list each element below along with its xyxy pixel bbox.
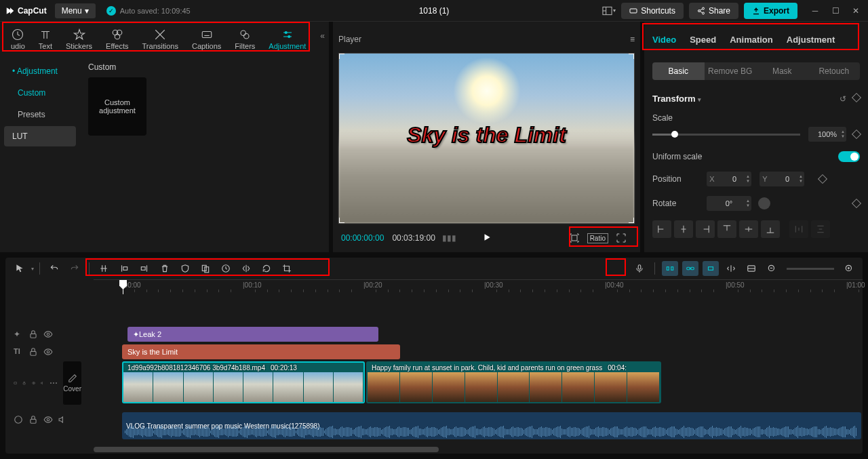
horizontal-scrollbar[interactable] <box>94 447 861 452</box>
track-menu-icon[interactable]: ⋯ <box>50 378 58 388</box>
selection-corner-tl[interactable] <box>339 54 344 59</box>
link-button[interactable] <box>682 261 698 276</box>
align-center-v[interactable] <box>739 220 758 238</box>
collapse-panel-button[interactable]: « <box>320 31 325 41</box>
playhead[interactable] <box>123 280 123 294</box>
video-clip-1[interactable]: 1d99a992b8081812346706 3b9d74b188.mp400:… <box>122 361 365 403</box>
video-preview[interactable]: Sky is the Limit <box>338 53 635 224</box>
lock-icon[interactable] <box>28 415 38 424</box>
duplicate-tool[interactable] <box>197 260 214 277</box>
mute-icon[interactable] <box>41 378 44 388</box>
ratio-button[interactable]: Ratio <box>587 233 608 243</box>
scale-slider[interactable] <box>652 134 800 136</box>
tool-tab-filters[interactable]: Filters <box>228 26 262 53</box>
mic-button[interactable] <box>631 261 648 276</box>
eye-icon[interactable] <box>43 347 53 357</box>
align-center-h[interactable] <box>674 220 693 238</box>
maximize-button[interactable]: ☐ <box>829 4 842 18</box>
lock-icon[interactable] <box>28 347 38 357</box>
tool-dropdown-icon[interactable]: ▾ <box>31 266 34 272</box>
magnet-button[interactable] <box>662 261 678 276</box>
inspector-tab-adjustment[interactable]: Adjustment <box>787 35 835 45</box>
position-keyframe[interactable] <box>818 174 827 184</box>
trim-right-tool[interactable] <box>136 260 153 277</box>
align-bottom[interactable] <box>761 220 780 238</box>
scale-keyframe[interactable] <box>852 129 861 139</box>
eye-icon[interactable] <box>43 330 53 339</box>
sidebar-item-adjustment[interactable]: • Adjustment <box>4 61 76 81</box>
keyframe-icon[interactable] <box>852 92 861 102</box>
undo-button[interactable] <box>45 260 63 277</box>
eye-icon[interactable] <box>43 415 53 424</box>
crop-tool[interactable] <box>278 260 296 277</box>
align-right[interactable] <box>696 220 715 238</box>
frame-icon[interactable] <box>567 231 582 245</box>
sidebar-item-lut[interactable]: LUT <box>4 126 76 146</box>
timeline-settings-button[interactable] <box>743 261 760 276</box>
trim-left-tool[interactable] <box>115 260 133 277</box>
inspector-tab-video[interactable]: Video <box>652 35 676 45</box>
snap-button[interactable] <box>703 261 719 276</box>
inspector-tab-speed[interactable]: Speed <box>690 35 716 45</box>
reverse-tool[interactable] <box>217 260 235 277</box>
subtab-retouch[interactable]: Retouch <box>808 62 861 80</box>
position-x-input[interactable]: X0▲▼ <box>707 172 751 186</box>
close-button[interactable]: ✕ <box>849 4 863 18</box>
selection-corner-br[interactable] <box>629 218 634 223</box>
subtab-removebg[interactable]: Remove BG <box>705 62 757 80</box>
subtab-basic[interactable]: Basic <box>652 62 705 80</box>
cover-button[interactable]: Cover <box>63 361 81 405</box>
effect-clip[interactable]: ✦ Leak 2 <box>127 327 378 342</box>
split-tool[interactable] <box>95 260 113 277</box>
tracks[interactable]: ✦ Leak 2 Sky is the Limit 1d99a992b80818… <box>94 294 863 454</box>
reset-icon[interactable]: ↺ <box>840 94 846 104</box>
redo-button[interactable] <box>66 260 83 277</box>
uniform-scale-toggle[interactable] <box>838 151 860 162</box>
shortcuts-button[interactable]: Shortcuts <box>621 3 684 19</box>
player-menu-icon[interactable]: ≡ <box>630 35 635 44</box>
zoom-in-button[interactable] <box>841 261 857 276</box>
audio-clip[interactable]: VLOG Transparent summer pop music Wester… <box>122 412 861 439</box>
timeline-ruler[interactable]: |00:00|00:10|00:20|00:30|00:40|00:50|01:… <box>94 279 863 294</box>
selection-tool[interactable] <box>11 260 28 277</box>
inspector-tab-animation[interactable]: Animation <box>730 35 773 45</box>
zoom-out-button[interactable] <box>764 261 780 276</box>
shield-tool[interactable] <box>176 260 194 277</box>
tool-tab-adjustment[interactable]: Adjustment <box>262 26 313 53</box>
align-top[interactable] <box>717 220 736 238</box>
selection-corner-bl[interactable] <box>339 218 344 223</box>
lock-icon[interactable] <box>28 330 38 339</box>
sidebar-item-presets[interactable]: Presets <box>4 104 76 125</box>
subtab-mask[interactable]: Mask <box>756 62 808 80</box>
fullscreen-button[interactable] <box>614 231 629 245</box>
zoom-slider[interactable] <box>787 268 834 270</box>
tool-tab-transitions[interactable]: Transitions <box>136 26 185 53</box>
position-y-input[interactable]: Y0▲▼ <box>760 172 804 186</box>
menu-button[interactable]: Menu ▾ <box>55 3 96 18</box>
mute-icon[interactable] <box>58 415 68 424</box>
lock-icon[interactable] <box>22 378 26 388</box>
minimize-button[interactable]: ─ <box>808 4 822 18</box>
levels-icon[interactable]: ▮▮▮ <box>442 233 456 243</box>
custom-adjustment-thumb[interactable]: Custom adjustment <box>88 77 146 136</box>
play-button[interactable] <box>482 233 492 244</box>
tool-tab-text[interactable]: Text <box>32 26 59 53</box>
rotate-tool[interactable] <box>258 260 275 277</box>
layout-icon[interactable]: ▾ <box>602 4 616 18</box>
delete-tool[interactable] <box>156 260 174 277</box>
eye-icon[interactable] <box>32 378 35 388</box>
align-left[interactable] <box>652 220 671 238</box>
text-clip[interactable]: Sky is the Limit <box>122 344 400 359</box>
tool-tab-stickers[interactable]: Stickers <box>59 26 99 53</box>
flip-button[interactable] <box>758 197 770 209</box>
share-button[interactable]: Share <box>689 3 738 19</box>
rotate-keyframe[interactable] <box>852 199 861 208</box>
export-button[interactable]: Export <box>744 3 797 19</box>
preview-cut-button[interactable] <box>723 261 739 276</box>
scale-value[interactable]: 100%▲▼ <box>808 127 846 142</box>
rotate-value[interactable]: 0°▲▼ <box>707 196 751 211</box>
tool-tab-audio[interactable]: udio <box>4 26 32 53</box>
tool-tab-captions[interactable]: Captions <box>185 26 228 53</box>
mirror-tool[interactable] <box>237 260 255 277</box>
tool-tab-effects[interactable]: Effects <box>99 26 135 53</box>
